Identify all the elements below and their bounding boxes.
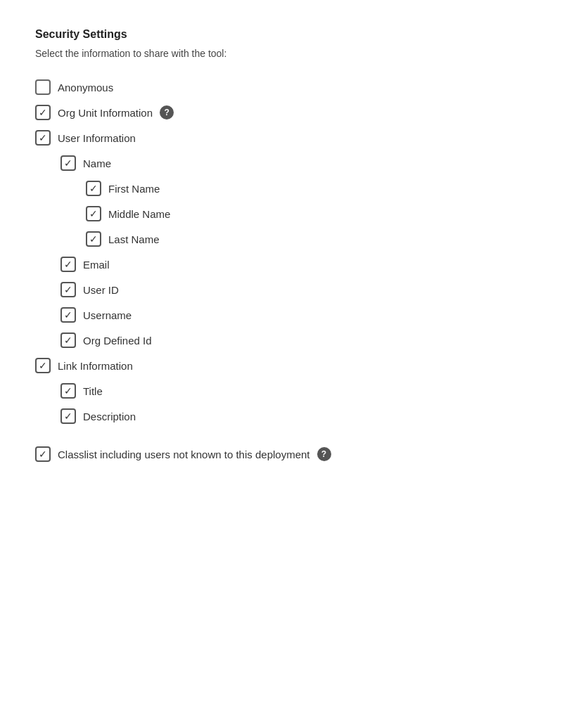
checkbox-item-title[interactable]: ✓Title: [35, 378, 553, 404]
checkmark-last-name: ✓: [89, 234, 98, 244]
checkbox-item-anonymous[interactable]: Anonymous: [35, 75, 553, 100]
checkbox-label-title: Title: [83, 385, 103, 397]
checkbox-label-description: Description: [83, 411, 136, 422]
checkbox-item-org-defined-id[interactable]: ✓Org Defined Id: [35, 328, 553, 353]
checkmark-first-name: ✓: [89, 183, 98, 193]
checkbox-label-user-id: User ID: [83, 284, 119, 296]
checkbox-box-title[interactable]: ✓: [60, 383, 76, 399]
separator-after-description: [35, 429, 553, 441]
checkbox-label-org-unit-information: Org Unit Information: [58, 107, 153, 119]
checkbox-label-email: Email: [83, 259, 110, 271]
checkbox-box-last-name[interactable]: ✓: [86, 231, 101, 247]
checkbox-box-description[interactable]: ✓: [60, 408, 76, 424]
checkmark-email: ✓: [64, 259, 72, 269]
checkbox-box-link-information[interactable]: ✓: [35, 358, 51, 373]
checkmark-name: ✓: [64, 158, 72, 168]
checkbox-item-username[interactable]: ✓Username: [35, 302, 553, 328]
checkbox-item-email[interactable]: ✓Email: [35, 252, 553, 277]
checkbox-box-org-defined-id[interactable]: ✓: [60, 333, 76, 348]
checkbox-item-user-information[interactable]: ✓User Information: [35, 125, 553, 150]
checkbox-label-username: Username: [83, 309, 132, 321]
checkbox-box-first-name[interactable]: ✓: [86, 181, 101, 196]
checkbox-label-first-name: First Name: [108, 183, 160, 195]
checkmark-user-information: ✓: [39, 133, 47, 143]
help-icon-org-unit-information[interactable]: ?: [160, 105, 174, 120]
checkmark-title: ✓: [64, 386, 72, 396]
checkmark-classlist: ✓: [39, 449, 47, 459]
checkbox-item-description[interactable]: ✓Description: [35, 404, 553, 429]
checkmark-middle-name: ✓: [89, 209, 98, 219]
checkbox-item-name[interactable]: ✓Name: [35, 150, 553, 176]
section-title: Security Settings: [35, 28, 553, 41]
checkbox-box-user-information[interactable]: ✓: [35, 130, 51, 146]
checkbox-item-user-id[interactable]: ✓User ID: [35, 277, 553, 302]
checkbox-box-email[interactable]: ✓: [60, 257, 76, 272]
checkbox-label-org-defined-id: Org Defined Id: [83, 335, 152, 347]
help-icon-classlist[interactable]: ?: [317, 447, 331, 461]
checkbox-box-user-id[interactable]: ✓: [60, 282, 76, 297]
checkbox-label-classlist: Classlist including users not known to t…: [58, 448, 310, 460]
checkmark-link-information: ✓: [39, 361, 47, 370]
checkbox-label-name: Name: [83, 157, 111, 169]
checkbox-item-org-unit-information[interactable]: ✓Org Unit Information?: [35, 100, 553, 125]
checkbox-box-classlist[interactable]: ✓: [35, 446, 51, 462]
checkmark-org-defined-id: ✓: [64, 335, 72, 345]
checkmark-org-unit-information: ✓: [39, 108, 47, 117]
checkmark-user-id: ✓: [64, 285, 72, 295]
checkbox-box-org-unit-information[interactable]: ✓: [35, 105, 51, 120]
checkbox-label-link-information: Link Information: [58, 360, 133, 372]
security-settings-section: Security Settings Select the information…: [35, 28, 553, 467]
checkbox-item-first-name[interactable]: ✓First Name: [35, 176, 553, 201]
checkbox-label-anonymous: Anonymous: [58, 82, 113, 93]
checkbox-item-classlist[interactable]: ✓Classlist including users not known to …: [35, 441, 553, 467]
checkbox-box-username[interactable]: ✓: [60, 307, 76, 323]
checkbox-item-middle-name[interactable]: ✓Middle Name: [35, 201, 553, 226]
checkbox-label-last-name: Last Name: [108, 233, 160, 245]
checkbox-item-last-name[interactable]: ✓Last Name: [35, 226, 553, 252]
checkbox-box-middle-name[interactable]: ✓: [86, 206, 101, 221]
checkmark-description: ✓: [64, 411, 72, 421]
checkbox-box-anonymous[interactable]: [35, 79, 51, 95]
section-description: Select the information to share with the…: [35, 48, 553, 59]
checkbox-item-link-information[interactable]: ✓Link Information: [35, 353, 553, 378]
checkbox-list: Anonymous✓Org Unit Information?✓User Inf…: [35, 75, 553, 467]
checkbox-label-middle-name: Middle Name: [108, 208, 170, 220]
checkbox-box-name[interactable]: ✓: [60, 155, 76, 171]
checkbox-label-user-information: User Information: [58, 132, 136, 144]
checkmark-username: ✓: [64, 310, 72, 320]
